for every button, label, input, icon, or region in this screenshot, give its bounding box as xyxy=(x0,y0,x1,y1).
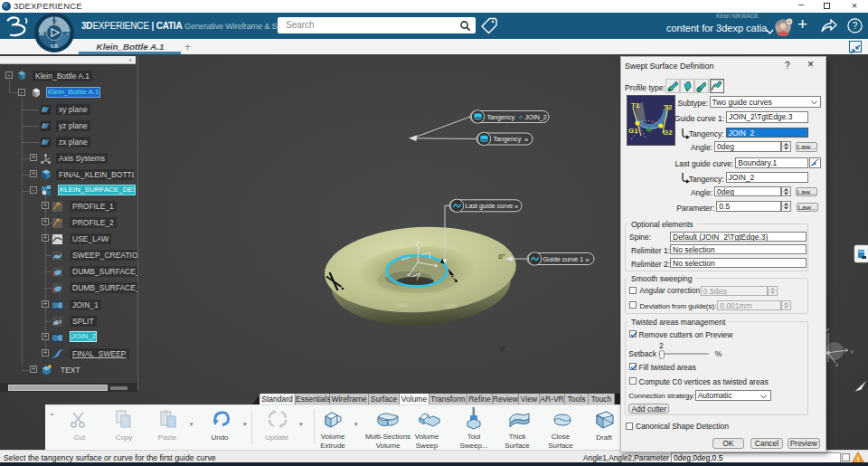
svg-text:»: » xyxy=(586,256,590,264)
svg-text:V.R: V.R xyxy=(51,43,58,49)
svg-text:0°: 0° xyxy=(500,345,506,353)
svg-text:»: » xyxy=(524,136,528,144)
svg-text:Tangency: Tangency xyxy=(487,113,515,121)
svg-text:Yr: Yr xyxy=(52,18,58,24)
svg-text:0°: 0° xyxy=(499,252,505,261)
svg-text:Last guide curve: Last guide curve xyxy=(466,202,514,210)
svg-text:y: y xyxy=(851,348,854,354)
svg-text:3D: 3D xyxy=(39,32,45,36)
svg-text:«: « xyxy=(519,113,523,121)
svg-text:»: » xyxy=(514,203,518,211)
svg-text:z: z xyxy=(826,327,829,332)
svg-text:?: ? xyxy=(853,21,858,31)
svg-text:Guide curve 1: Guide curve 1 xyxy=(543,255,584,263)
svg-text:JOIN_2: JOIN_2 xyxy=(525,113,547,121)
svg-text:Tangency: Tangency xyxy=(494,135,522,143)
svg-text:x: x xyxy=(835,362,838,367)
